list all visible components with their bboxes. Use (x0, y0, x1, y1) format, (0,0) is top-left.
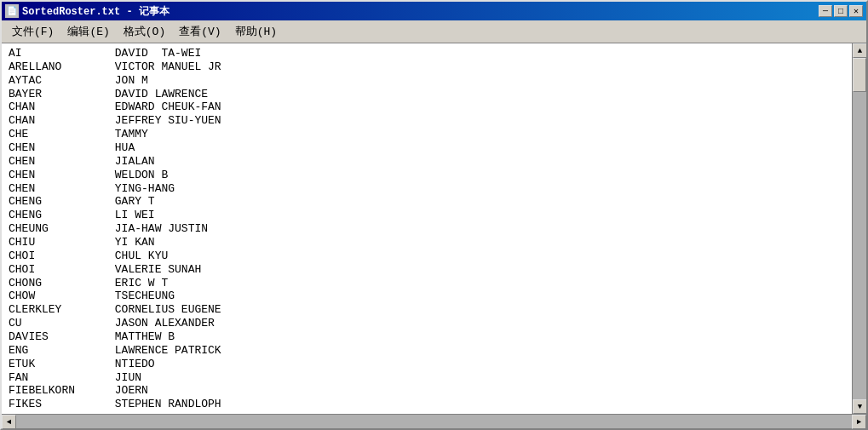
menu-format[interactable]: 格式(O) (117, 22, 172, 41)
vertical-scrollbar[interactable]: ▲ ▼ (852, 43, 866, 414)
scroll-track-h[interactable] (16, 415, 852, 428)
scroll-down-button[interactable]: ▼ (853, 399, 866, 414)
close-button[interactable]: ✕ (849, 5, 863, 17)
text-editor[interactable]: AI DAVID TA-WEI ARELLANO VICTOR MANUEL J… (2, 43, 852, 414)
title-buttons: ─ □ ✕ (819, 5, 863, 17)
title-bar: 📄 SortedRoster.txt - 记事本 ─ □ ✕ (2, 2, 866, 20)
maximize-button[interactable]: □ (834, 5, 848, 17)
title-bar-left: 📄 SortedRoster.txt - 记事本 (5, 4, 170, 19)
menu-help[interactable]: 帮助(H) (228, 22, 284, 41)
horizontal-scrollbar[interactable]: ◄ ► (2, 414, 866, 428)
menu-view[interactable]: 查看(V) (172, 22, 227, 41)
window-icon: 📄 (5, 4, 19, 18)
main-window: 📄 SortedRoster.txt - 记事本 ─ □ ✕ 文件(F) 编辑(… (0, 0, 868, 430)
scroll-right-button[interactable]: ► (852, 415, 866, 429)
scroll-up-button[interactable]: ▲ (853, 43, 866, 58)
menu-edit[interactable]: 编辑(E) (60, 22, 116, 41)
menu-file[interactable]: 文件(F) (5, 22, 60, 41)
window-title: SortedRoster.txt - 记事本 (22, 4, 170, 19)
menu-bar: 文件(F) 编辑(E) 格式(O) 查看(V) 帮助(H) (2, 20, 866, 43)
scroll-left-button[interactable]: ◄ (2, 415, 16, 429)
minimize-button[interactable]: ─ (819, 5, 832, 17)
scroll-track[interactable] (853, 58, 866, 399)
content-area: AI DAVID TA-WEI ARELLANO VICTOR MANUEL J… (2, 43, 866, 414)
scroll-thumb[interactable] (853, 58, 866, 92)
